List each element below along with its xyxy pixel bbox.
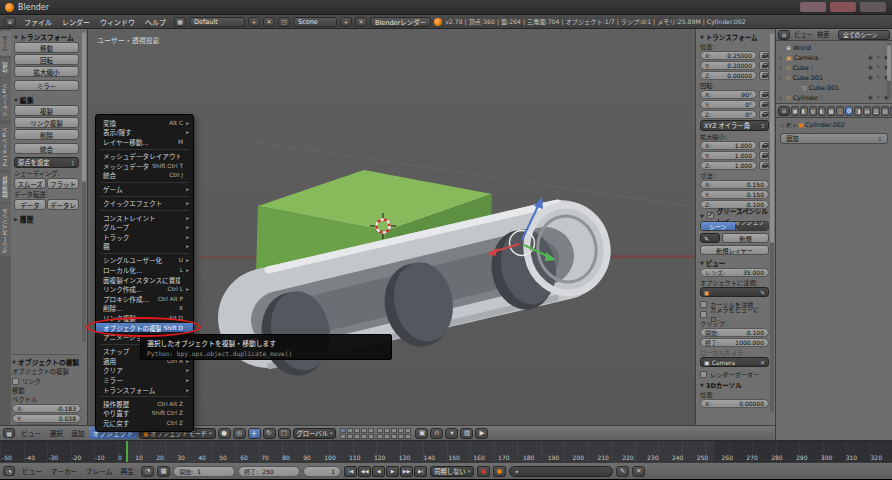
3d-editor-type-icon[interactable]: ▦ — [3, 428, 15, 438]
scene-select[interactable]: Scene — [293, 17, 337, 27]
lock-icon[interactable] — [759, 100, 769, 109]
timeline-menu-item[interactable]: マーカー — [46, 466, 81, 476]
expand-toggle-icon[interactable]: ＋ — [778, 54, 784, 61]
keying-set-field[interactable]: ✦ — [509, 466, 613, 477]
playback-button[interactable]: |◀ — [344, 466, 357, 477]
eyedropper-icon[interactable]: ✎ — [760, 289, 765, 296]
object-name[interactable]: Camera — [794, 54, 819, 61]
pin-icon[interactable]: ◇ — [780, 122, 784, 128]
playback-button[interactable]: ◀◀ — [358, 466, 371, 477]
number-field[interactable]: Y:0.150 — [700, 190, 769, 199]
rotate-button[interactable]: 回転 — [14, 54, 79, 65]
layer-toggle[interactable] — [361, 428, 367, 433]
layer-toggle[interactable] — [340, 428, 346, 433]
menu-item[interactable]: グループ — [96, 222, 193, 232]
add-layout-button[interactable]: + — [248, 17, 260, 27]
menu-item[interactable]: ローカル化... L — [96, 265, 193, 275]
transfer-data-layout-button[interactable]: データレ — [47, 199, 79, 210]
render-border-checkbox[interactable] — [700, 371, 707, 378]
outliner-scrollbar[interactable] — [887, 43, 891, 99]
selectability-cursor-icon[interactable]: ↖ — [875, 54, 882, 60]
tool-shelf-tab[interactable]: 作成 — [0, 58, 11, 77]
properties-tab-icon[interactable]: ▧ — [881, 106, 889, 116]
number-field[interactable]: Y:1.000 — [700, 151, 757, 160]
frame-lock-icon[interactable]: ▦ — [157, 466, 170, 477]
3d-view-menu-item[interactable]: ビュー — [17, 428, 45, 438]
number-field[interactable]: X:90° — [700, 90, 757, 99]
selectability-cursor-icon[interactable]: ↖ — [875, 64, 882, 70]
transfer-data-button[interactable]: データ — [14, 199, 46, 210]
transform-panel-header[interactable]: トランスフォーム — [14, 31, 79, 42]
tool-shelf-tab[interactable]: ツール — [0, 31, 11, 56]
tool-shelf-tab[interactable]: グリースペンシル — [0, 204, 11, 257]
delete-scene-button[interactable]: ✕ — [355, 17, 367, 27]
manipulator-translate-button[interactable]: ＋ — [248, 428, 261, 439]
menu-item[interactable]: 削除... X — [96, 304, 193, 314]
layer-toggle[interactable] — [398, 434, 404, 439]
lock-icon[interactable] — [759, 161, 769, 170]
playback-button[interactable]: ▶▶ — [400, 466, 413, 477]
layer-toggle[interactable] — [405, 434, 411, 439]
number-field[interactable]: X:1.000 — [700, 141, 757, 150]
tool-shelf-tab[interactable]: 物理演算 — [0, 172, 11, 202]
set-origin-dropdown[interactable]: 原点を設定 — [14, 157, 79, 168]
outliner-editor-icon[interactable]: ≡ — [778, 30, 790, 40]
render-opengl-icon[interactable]: ▨ — [460, 428, 473, 439]
menu-item[interactable]: 変換 Alt C — [96, 118, 193, 128]
menu-item[interactable]: オブジェクトの複製 Shift D — [96, 323, 193, 333]
object-name[interactable]: Cube.001 — [809, 84, 839, 91]
layer-toggle[interactable] — [347, 434, 353, 439]
add-scene-button[interactable]: + — [340, 17, 352, 27]
cursor-x-field[interactable]: X:0.00000 — [700, 399, 769, 408]
gp-new-button[interactable]: 新規 — [722, 233, 769, 243]
menu-item[interactable]: トランスフォーム — [96, 385, 193, 395]
auto-keyframe-button[interactable] — [493, 466, 506, 477]
menu-item[interactable]: レイヤー移動... M — [96, 137, 193, 147]
timeline-menu-item[interactable]: フレーム — [82, 466, 117, 476]
shade-flat-button[interactable]: フラット — [47, 178, 79, 189]
menu-item[interactable]: ゲーム — [96, 185, 193, 195]
snap-element-dropdown[interactable]: ▾ — [445, 428, 458, 439]
timeline-menu-item[interactable]: 再生 — [117, 466, 139, 476]
clear-icon[interactable]: ✕ — [760, 359, 765, 366]
lock-icon[interactable] — [759, 90, 769, 99]
lock-icon[interactable] — [759, 110, 769, 119]
menu-item[interactable]: リンク複製 Alt D — [96, 313, 193, 323]
linked-checkbox[interactable] — [12, 378, 19, 385]
lock-to-cursor-checkbox[interactable] — [700, 301, 707, 308]
properties-editor-icon[interactable]: ≡ — [778, 106, 790, 116]
current-frame-indicator[interactable] — [126, 441, 128, 462]
outliner-row[interactable]: ＋ ▽ Cube | ◉ ↖ ▣ — [778, 62, 890, 72]
lock-object-picker[interactable]: ◼✎ — [700, 287, 769, 297]
end-frame-field[interactable]: 終了:250 — [238, 466, 300, 477]
number-field[interactable]: X:0.25000 — [700, 51, 757, 60]
keyset-clear-icon[interactable]: ✕ — [632, 466, 645, 477]
menu-item[interactable]: シングルユーザー化 U — [96, 256, 193, 266]
menu-item[interactable]: プロキシ作成... Ctrl Alt P — [96, 294, 193, 304]
number-field[interactable]: Y:0.20000 — [700, 61, 757, 70]
edit-panel-header[interactable]: 編集 — [14, 94, 79, 105]
layer-toggle[interactable] — [368, 434, 374, 439]
playback-button[interactable]: ▶ — [386, 466, 399, 477]
menu-item[interactable]: コンストレイント — [96, 213, 193, 223]
visibility-eye-icon[interactable]: ◉ — [867, 64, 874, 70]
playback-button[interactable]: ▶| — [414, 466, 427, 477]
grease-pencil-panel-header[interactable]: グリースペンシルレイ — [700, 210, 769, 221]
layer-toggle[interactable] — [384, 428, 390, 433]
properties-tab-icon[interactable]: ▦ — [827, 106, 835, 116]
menu-item[interactable]: 表示/隠す — [96, 128, 193, 138]
menu-item[interactable]: 統合 Ctrl J — [96, 170, 193, 180]
shade-smooth-button[interactable]: スムーズ — [14, 178, 46, 189]
display-mode-dropdown[interactable]: 全てのシーン — [838, 30, 890, 40]
info-menu-item[interactable]: ヘルプ — [140, 17, 171, 27]
number-field[interactable]: X:0.150 — [700, 180, 769, 189]
gp-scene-tab[interactable]: シーン — [701, 222, 735, 230]
menu-item[interactable]: 親 — [96, 242, 193, 252]
operator-panel-header[interactable]: オブジェクトの複製 — [12, 356, 81, 367]
playback-button[interactable]: ◀ — [372, 466, 385, 477]
properties-tab-icon[interactable]: ◐ — [818, 106, 826, 116]
info-menu-item[interactable]: レンダー — [57, 17, 95, 27]
object-name[interactable]: Cylinder — [793, 94, 819, 101]
3d-cursor-panel-header[interactable]: 3Dカーソル — [700, 379, 769, 390]
vector-field[interactable]: Y: 0.038 — [12, 414, 81, 423]
